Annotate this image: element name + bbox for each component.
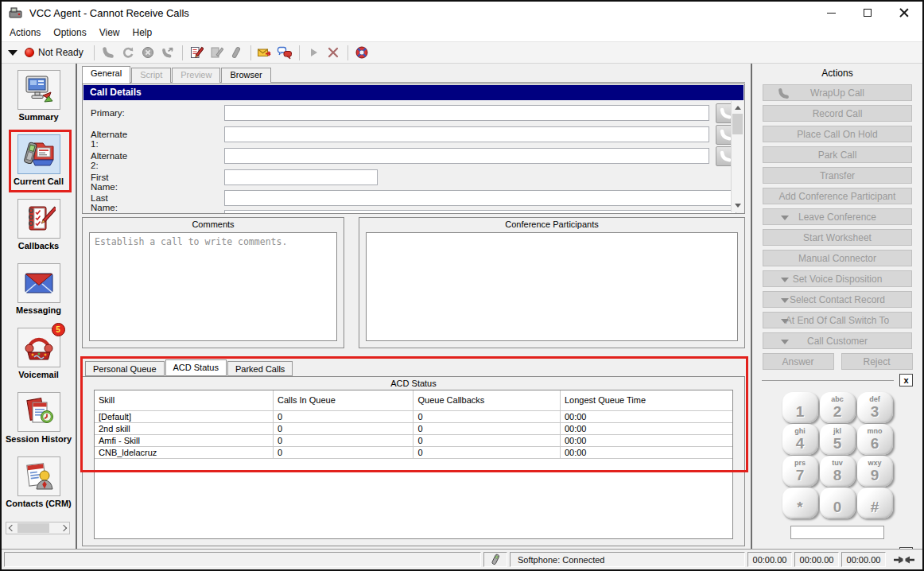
at-end-of-call-switch-to-button[interactable]: At End Of Call Switch To (763, 312, 912, 328)
actions-panel-title: Actions (752, 64, 922, 79)
leave-conference-button[interactable]: Leave Conference (763, 208, 912, 225)
tab-acd-status[interactable]: ACD Status (165, 359, 227, 376)
tab-general[interactable]: General (82, 66, 130, 84)
menu-options[interactable]: Options (47, 25, 92, 41)
dialpad-key-5[interactable]: jkl5 (820, 424, 856, 455)
primary-input[interactable] (224, 105, 709, 121)
play-toolbar-button[interactable] (304, 44, 324, 62)
table-row[interactable]: 2nd skill 0 0 00:00 (95, 422, 732, 434)
first-name-input[interactable] (224, 169, 378, 185)
scroll-up-arrow[interactable] (732, 101, 743, 113)
dialpad-key-7[interactable]: prs7 (782, 456, 818, 487)
column-header-longest-queue-time[interactable]: Longest Queue Time (560, 390, 732, 410)
last-name-input[interactable] (224, 190, 736, 206)
sidebar-item-current-call[interactable]: Current Call (2, 134, 76, 186)
sidebar-item-session-history[interactable]: Session History (2, 392, 76, 444)
help-toolbar-button[interactable] (352, 44, 372, 62)
answer-button[interactable]: Answer (763, 353, 834, 370)
new-worksheet-toolbar-button[interactable] (187, 44, 207, 62)
scroll-right-arrow[interactable] (58, 522, 69, 534)
table-row[interactable]: CNB_ldelacruz 0 0 00:00 (95, 446, 732, 458)
comments-title: Comments (83, 218, 344, 229)
maximize-button[interactable] (849, 2, 886, 24)
transfer-button[interactable]: Transfer (763, 167, 912, 184)
set-voice-disposition-button[interactable]: Set Voice Disposition (763, 270, 912, 287)
sidebar-item-label: Current Call (14, 177, 64, 186)
menu-view[interactable]: View (93, 25, 126, 41)
dialpad-key-4[interactable]: ghi4 (782, 424, 818, 455)
sidebar-item-voicemail[interactable]: 5 Voicemail (2, 328, 76, 379)
dialpad-key-6[interactable]: mno6 (857, 424, 893, 455)
start-worksheet-button[interactable]: Start Worksheet (763, 229, 912, 246)
redial-toolbar-button[interactable] (118, 44, 138, 62)
park-call-button[interactable]: Park Call (763, 146, 912, 163)
sidebar-item-summary[interactable]: Summary (2, 70, 76, 122)
sidebar-item-label: Contacts (CRM) (6, 499, 72, 508)
scroll-left-arrow[interactable] (6, 522, 17, 534)
clipped-field-input[interactable] (224, 210, 736, 214)
dialpad-close-button[interactable]: x (899, 374, 913, 386)
column-header-calls-in-queue[interactable]: Calls In Queue (274, 390, 413, 410)
wrapup-call-button[interactable]: WrapUp Call (763, 84, 912, 101)
call-timer-2: 00:00.00 (794, 552, 839, 567)
dialpad-key-9[interactable]: wxy9 (857, 456, 893, 487)
conference-participants-list[interactable] (366, 232, 738, 341)
center-panel: General Script Preview Browser Call Deta… (79, 64, 751, 549)
select-contact-record-button[interactable]: Select Contact Record (763, 291, 912, 308)
scroll-down-arrow[interactable] (732, 200, 743, 212)
button-label: Set Voice Disposition (793, 274, 883, 285)
sidebar-item-callbacks[interactable]: Callbacks (2, 199, 76, 251)
menu-help[interactable]: Help (126, 25, 159, 41)
table-row[interactable]: Amfi - Skill 0 0 00:00 (95, 434, 732, 446)
place-call-on-hold-button[interactable]: Place Call On Hold (763, 126, 912, 142)
alternate1-input[interactable] (224, 126, 709, 142)
delete-toolbar-button[interactable] (324, 44, 344, 62)
dialpad-number-input[interactable] (790, 526, 884, 539)
acd-status-group-title: ACD Status (83, 377, 744, 388)
dialpad-key-3[interactable]: def3 (857, 392, 893, 423)
table-row[interactable]: [Default] 0 0 00:00 (95, 410, 732, 422)
tab-script[interactable]: Script (131, 68, 171, 83)
chat-toolbar-button[interactable] (275, 44, 295, 62)
dialpad-key-1[interactable]: 1 (782, 392, 818, 423)
button-label: Call Customer (807, 336, 868, 347)
tab-preview[interactable]: Preview (172, 68, 220, 83)
close-icon (899, 8, 909, 17)
button-label: Park Call (818, 150, 857, 161)
alternate2-input[interactable] (224, 148, 709, 164)
dialpad-key-0[interactable]: 0 (820, 487, 856, 519)
tab-parked-calls[interactable]: Parked Calls (227, 361, 293, 376)
call-customer-button[interactable]: Call Customer (763, 332, 912, 349)
menu-actions[interactable]: Actions (3, 25, 47, 41)
scrollbar-thumb[interactable] (17, 523, 49, 533)
column-header-skill[interactable]: Skill (95, 390, 274, 410)
end-call-toolbar-button[interactable] (138, 44, 158, 62)
sidebar-item-contacts-crm[interactable]: Contacts (CRM) (2, 456, 76, 508)
comments-textarea[interactable] (90, 233, 336, 340)
tab-browser[interactable]: Browser (221, 68, 270, 83)
audio-volume-control[interactable] (888, 552, 920, 567)
close-button[interactable] (886, 2, 922, 24)
toolbar: Not Ready (2, 41, 922, 64)
dialpad-key-hash[interactable]: # (857, 487, 893, 519)
record-call-button[interactable]: Record Call (763, 105, 912, 122)
reject-button[interactable]: Reject (841, 353, 913, 370)
email-toolbar-button[interactable] (255, 44, 275, 62)
sidebar-item-messaging[interactable]: Messaging (2, 263, 76, 315)
agent-state-dropdown-icon[interactable] (8, 50, 17, 60)
dialpad-key-8[interactable]: tuv8 (820, 456, 856, 487)
minimize-button[interactable] (813, 2, 849, 24)
column-header-queue-callbacks[interactable]: Queue Callbacks (413, 390, 560, 410)
add-conference-participant-button[interactable]: Add Conference Participant (763, 188, 912, 204)
answer-call-toolbar-button[interactable] (99, 44, 118, 62)
queue-tab-bar: Personal Queue ACD Status Parked Calls (85, 359, 293, 376)
manual-connector-button[interactable]: Manual Connector (763, 250, 912, 266)
new-worksheet-icon (189, 45, 204, 60)
transfer-call-toolbar-button[interactable] (158, 44, 178, 62)
handset-toolbar-button[interactable] (227, 44, 247, 62)
dialpad-key-star[interactable]: * (782, 487, 818, 519)
worksheet-disabled-toolbar-button[interactable] (207, 44, 227, 62)
tab-personal-queue[interactable]: Personal Queue (85, 361, 165, 376)
dialpad-key-2[interactable]: abc2 (820, 392, 856, 423)
scrollbar-thumb[interactable] (732, 114, 743, 134)
